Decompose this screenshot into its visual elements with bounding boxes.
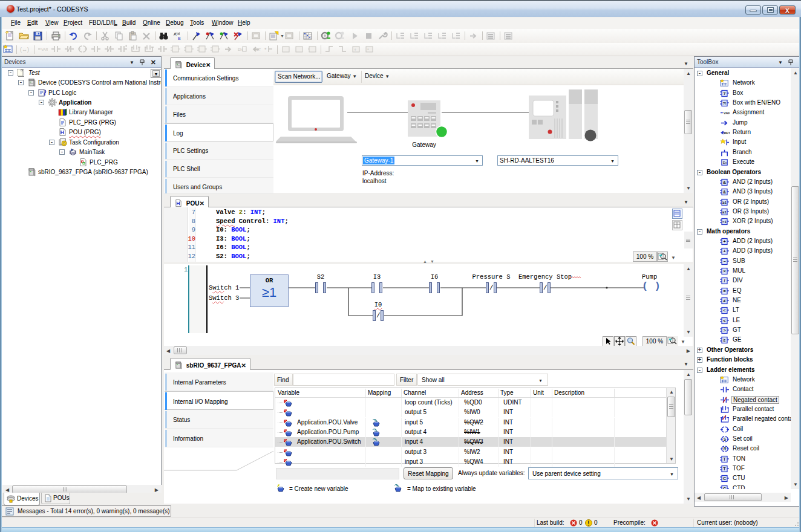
svg-text:*: * bbox=[264, 47, 267, 53]
svg-text:C: C bbox=[723, 476, 726, 481]
svg-text:?!: ?! bbox=[723, 102, 727, 105]
svg-text:RET: RET bbox=[255, 48, 261, 51]
svg-text:B: B bbox=[178, 36, 181, 41]
svg-text:VAR: VAR bbox=[41, 48, 48, 51]
svg-text:+: + bbox=[723, 249, 725, 253]
svg-text:Ex: Ex bbox=[723, 161, 727, 164]
svg-text:?: ? bbox=[723, 91, 725, 96]
svg-text:S: S bbox=[724, 437, 727, 441]
svg-text:≥1: ≥1 bbox=[722, 210, 727, 214]
svg-text:&: & bbox=[723, 190, 726, 194]
svg-text:/: / bbox=[724, 279, 725, 283]
svg-text:T: T bbox=[723, 467, 726, 471]
svg-text:T: T bbox=[723, 457, 726, 461]
svg-text:EN: EN bbox=[238, 48, 243, 51]
svg-text:RET: RET bbox=[724, 131, 730, 135]
svg-text:<: < bbox=[723, 308, 725, 313]
svg-text:=: = bbox=[723, 289, 725, 293]
svg-text:A: A bbox=[174, 32, 177, 36]
svg-text:&: & bbox=[723, 180, 726, 184]
svg-text:≤: ≤ bbox=[724, 319, 726, 323]
svg-text:=1: =1 bbox=[722, 220, 727, 224]
svg-text:C: C bbox=[723, 487, 726, 489]
svg-text:≥: ≥ bbox=[724, 338, 726, 342]
svg-text:+: + bbox=[354, 48, 356, 52]
svg-text:≥1: ≥1 bbox=[722, 201, 727, 204]
svg-text:VAR: VAR bbox=[724, 111, 730, 115]
svg-text:−: − bbox=[723, 259, 725, 264]
svg-text:R: R bbox=[724, 447, 727, 452]
svg-text:+: + bbox=[723, 239, 725, 244]
svg-text:≠: ≠ bbox=[724, 299, 726, 303]
svg-text:×: × bbox=[723, 269, 725, 273]
svg-text:>: > bbox=[723, 328, 725, 332]
svg-text:*: * bbox=[367, 48, 369, 52]
svg-text:(↔): (↔) bbox=[20, 47, 29, 53]
